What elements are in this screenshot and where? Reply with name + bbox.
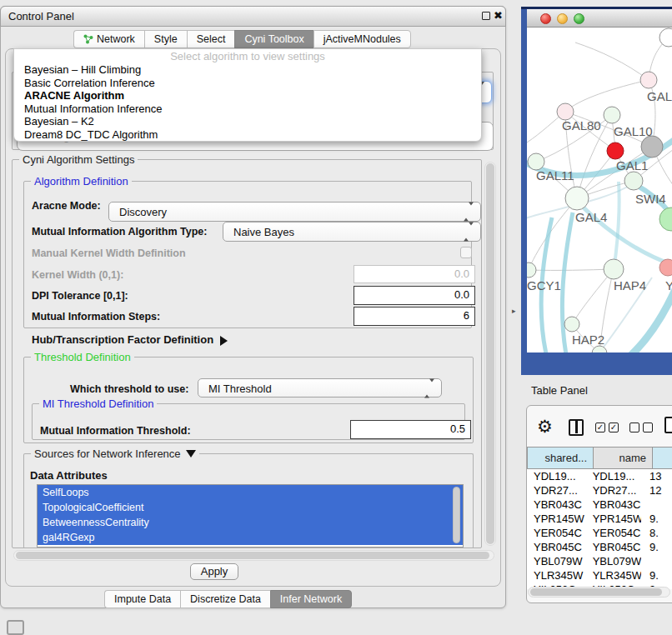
node-label-gcy1: GCY1 <box>527 278 561 292</box>
tab-label: Network <box>97 31 135 48</box>
node-gcy1[interactable] <box>527 262 536 278</box>
checked-checkbox-icon[interactable]: ✓ <box>595 422 605 432</box>
table-row[interactable]: YPR145WYPR145W9. <box>527 512 672 526</box>
sources-title: Sources for Network Inference <box>34 448 181 460</box>
table-row[interactable]: YBL079WYBL079W <box>527 554 672 568</box>
tab-network[interactable]: Network <box>73 30 144 48</box>
list-scrollbar[interactable] <box>453 487 460 543</box>
table-row[interactable]: YBR043CYBR043C <box>527 498 672 512</box>
node-swi4[interactable] <box>659 208 672 231</box>
network-canvas[interactable]: GALGAL80GAL10GAL1GAL11SWI4GAL4GCY1HAP4YH… <box>527 28 672 352</box>
table-row[interactable]: YDR27...YDR27...12 <box>527 483 672 498</box>
tab-label: Impute Data <box>114 591 171 608</box>
dropdown-item-mutual-information-inference[interactable]: Mutual Information Inference <box>14 102 481 116</box>
sources-toggle[interactable]: Sources for Network Inference <box>31 448 199 462</box>
dropdown-item-bayesian-hill-climbing[interactable]: Bayesian – Hill Climbing <box>14 63 481 77</box>
mi-algorithm-type-label: Mutual Information Algorithm Type: <box>32 226 207 238</box>
node-label-gal4: GAL4 <box>575 210 607 224</box>
node-hap2[interactable] <box>564 317 579 332</box>
node[interactable] <box>607 142 624 159</box>
unchecked-checkbox-icon[interactable] <box>643 422 653 432</box>
pane-divider-handle[interactable]: ▸ <box>512 307 516 315</box>
table-cell: YPR145W <box>588 512 641 526</box>
hub-definition-toggle[interactable]: Hub/Transcription Factor Definition <box>32 333 233 346</box>
unchecked-checkbox-icon[interactable] <box>629 422 639 432</box>
table-row[interactable]: YDL19...YDL19...13 <box>527 469 672 483</box>
mi-steps-field[interactable]: 6 <box>354 307 475 326</box>
settings-horizontal-scrollbar[interactable] <box>13 550 494 561</box>
table-body: YDL19...YDL19...13YDR27...YDR27...12YBR0… <box>527 469 672 589</box>
table-row[interactable]: YBR045CYBR045C9. <box>527 540 672 554</box>
tab-style[interactable]: Style <box>144 30 187 48</box>
attribute-item-selfloops[interactable]: SelfLoops <box>38 485 463 500</box>
kernel-width-field[interactable]: 0.0 <box>354 265 475 283</box>
mi-threshold-field[interactable]: 0.5 <box>350 420 471 439</box>
collapsed-panel-icon[interactable] <box>7 620 24 635</box>
tab-impute-data[interactable]: Impute Data <box>104 590 180 608</box>
attribute-item-betweennesscentrality[interactable]: BetweennessCentrality <box>38 515 463 530</box>
node-label-y: Y <box>665 278 672 292</box>
column-header-shared[interactable]: shared... <box>527 447 594 469</box>
node-hap4[interactable] <box>604 259 624 279</box>
table-cell: YER054C <box>527 526 588 540</box>
network-window-titlebar[interactable] <box>527 9 672 28</box>
table-row[interactable]: YER054CYER054C8. <box>527 526 672 540</box>
column-header-name[interactable]: name <box>594 447 653 469</box>
node-label-gal: GAL <box>647 89 672 103</box>
node[interactable] <box>604 107 620 123</box>
close-traffic-light[interactable] <box>540 13 551 24</box>
mi-algorithm-type-combo[interactable]: Naive Bayes <box>223 222 481 242</box>
zoom-traffic-light[interactable] <box>574 13 584 24</box>
dpi-tolerance-label: DPI Tolerance [0,1]: <box>32 290 128 302</box>
node-label-gal10: GAL10 <box>614 124 653 138</box>
control-panel-title: Control Panel <box>8 10 74 22</box>
aracne-mode-combo[interactable]: Discovery <box>108 202 481 222</box>
table-cell: YPR145W <box>527 512 588 526</box>
algorithm-dropdown-list: Bayesian – Hill ClimbingBasic Correlatio… <box>14 63 481 142</box>
table-cell <box>641 554 672 568</box>
node-gal1[interactable] <box>624 172 643 190</box>
control-panel-titlebar[interactable] <box>0 6 506 27</box>
node[interactable] <box>659 28 672 47</box>
attribute-item-gal4rgexp[interactable]: gal4RGexp <box>38 530 463 545</box>
table-cell: YLR345W <box>527 568 588 582</box>
node-gal10[interactable] <box>641 136 663 158</box>
node-gal80[interactable] <box>557 103 574 120</box>
mi-algorithm-type-value: Naive Bayes <box>233 226 294 238</box>
tab-cyni-toolbox[interactable]: Cyni Toolbox <box>234 30 313 48</box>
gear-icon[interactable]: ⚙ <box>537 417 553 437</box>
node-gal[interactable] <box>640 72 657 88</box>
which-threshold-combo[interactable]: MI Threshold <box>198 378 442 398</box>
attribute-item-topologicalcoefficient[interactable]: TopologicalCoefficient <box>38 500 463 515</box>
node-y[interactable] <box>659 259 672 276</box>
float-window-icon[interactable] <box>482 12 490 20</box>
minimize-traffic-light[interactable] <box>557 13 568 24</box>
split-columns-icon[interactable] <box>569 419 584 436</box>
dropdown-item-aracne-algorithm[interactable]: ARACNE Algorithm <box>14 89 481 102</box>
settings-vertical-scrollbar[interactable] <box>484 162 496 546</box>
file-icon[interactable] <box>664 417 672 433</box>
node-gal11[interactable] <box>528 153 544 170</box>
tab-select[interactable]: Select <box>187 30 235 48</box>
dropdown-item-dream8-dc-tdc-algorithm[interactable]: Dream8 DC_TDC Algorithm <box>14 128 481 142</box>
table-horizontal-scrollbar[interactable] <box>528 587 670 598</box>
cyni-settings-title: Cyni Algorithm Settings <box>19 153 138 166</box>
table-cell: YDR27... <box>588 483 641 498</box>
manual-kernel-width-checkbox[interactable] <box>460 247 472 258</box>
checked-checkbox-icon[interactable]: ✓ <box>609 422 619 432</box>
dpi-tolerance-field[interactable]: 0.0 <box>354 286 475 305</box>
dropdown-item-bayesian-k2[interactable]: Bayesian – K2 <box>14 115 481 128</box>
tab-discretize-data[interactable]: Discretize Data <box>180 590 270 608</box>
table-cell: 9. <box>641 540 672 554</box>
dropdown-item-basic-correlation-inference[interactable]: Basic Correlation Inference <box>14 77 481 90</box>
tab-jactivemnodules[interactable]: jActiveMNodules <box>313 30 411 48</box>
which-threshold-label: Which threshold to use: <box>70 383 188 395</box>
table-cell: 12 <box>641 483 672 498</box>
table-row[interactable]: YLR345WYLR345W9. <box>527 568 672 582</box>
node-gal4[interactable] <box>565 187 589 210</box>
column-header-2[interactable] <box>653 447 672 469</box>
data-attributes-list[interactable]: SelfLoopsTopologicalCoefficientBetweenne… <box>37 484 464 548</box>
apply-button[interactable]: Apply <box>190 563 238 580</box>
tab-infer-network[interactable]: Infer Network <box>270 590 352 608</box>
close-icon[interactable]: ✖ <box>494 9 503 22</box>
